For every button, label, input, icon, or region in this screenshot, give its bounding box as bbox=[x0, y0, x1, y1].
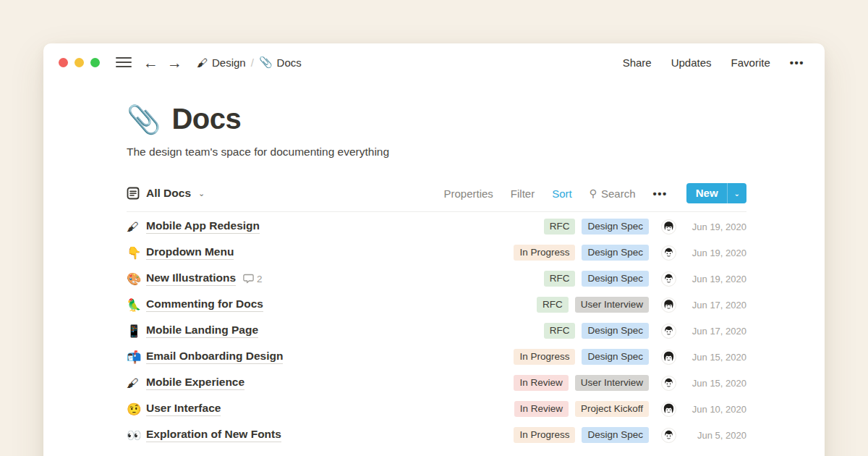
doc-title-link[interactable]: New Illustrations bbox=[146, 271, 236, 286]
doc-row: 🖌 Mobile App Redesign RFCDesign Spec Jun… bbox=[127, 214, 746, 240]
view-selector[interactable]: All Docs ⌄ bbox=[127, 187, 205, 200]
breadcrumb-docs[interactable]: 📎 Docs bbox=[259, 56, 302, 69]
doc-date: Jun 19, 2020 bbox=[686, 248, 746, 258]
doc-tags: In ReviewUser Interview bbox=[514, 375, 649, 391]
filter-button[interactable]: Filter bbox=[511, 187, 535, 200]
doc-date: Jun 15, 2020 bbox=[686, 352, 746, 363]
tag-design-spec: Design Spec bbox=[582, 349, 649, 365]
doc-title-link[interactable]: Dropdown Menu bbox=[146, 245, 234, 260]
list-view-icon bbox=[127, 187, 140, 200]
tag-rfc: RFC bbox=[544, 271, 576, 287]
doc-tags: RFCDesign Spec bbox=[544, 323, 649, 339]
paperclip-icon: 📎 bbox=[259, 56, 273, 69]
breadcrumb-label: Docs bbox=[277, 56, 302, 69]
doc-date: Jun 10, 2020 bbox=[686, 404, 746, 415]
doc-tags: RFCDesign Spec bbox=[544, 219, 649, 235]
comment-count: 2 bbox=[257, 274, 263, 284]
doc-emoji-icon: 📬 bbox=[127, 351, 146, 363]
search-label: Search bbox=[601, 187, 636, 200]
view-toolbar: All Docs ⌄ Properties Filter Sort ⚲ Sear… bbox=[127, 183, 746, 212]
tag-in-review: In Review bbox=[514, 375, 568, 391]
doc-title-link[interactable]: Exploration of New Fonts bbox=[146, 428, 281, 442]
share-button[interactable]: Share bbox=[623, 56, 652, 69]
tag-design-spec: Design Spec bbox=[582, 323, 649, 339]
properties-button[interactable]: Properties bbox=[443, 187, 493, 200]
updates-button[interactable]: Updates bbox=[671, 56, 712, 69]
doc-date: Jun 19, 2020 bbox=[686, 274, 746, 284]
page-header: 📎 Docs bbox=[127, 103, 746, 135]
view-more-icon[interactable]: ••• bbox=[653, 187, 668, 200]
tag-rfc: RFC bbox=[544, 219, 576, 235]
favorite-button[interactable]: Favorite bbox=[731, 56, 770, 69]
doc-emoji-icon: 📱 bbox=[127, 325, 146, 337]
avatar[interactable] bbox=[661, 297, 676, 313]
search-button[interactable]: ⚲ Search bbox=[590, 187, 636, 200]
doc-emoji-icon: 🦜 bbox=[127, 299, 146, 311]
sort-button[interactable]: Sort bbox=[552, 187, 572, 200]
window-topbar: ← → 🖌 Design / 📎 Docs Share Updates Favo… bbox=[43, 43, 825, 75]
new-button-caret-icon[interactable]: ⌄ bbox=[727, 183, 746, 203]
tag-design-spec: Design Spec bbox=[582, 219, 649, 235]
doc-row: 👇 Dropdown Menu In ProgressDesign Spec J… bbox=[127, 240, 746, 266]
doc-row: 🖌 Mobile Experience In ReviewUser Interv… bbox=[127, 370, 746, 396]
tag-user-interview: User Interview bbox=[575, 375, 649, 391]
tag-design-spec: Design Spec bbox=[582, 245, 649, 261]
doc-emoji-icon: 🎨 bbox=[127, 273, 146, 285]
avatar[interactable] bbox=[661, 350, 676, 365]
tag-in-progress: In Progress bbox=[514, 245, 575, 261]
doc-emoji-icon: 🤨 bbox=[127, 403, 146, 415]
close-window-icon[interactable] bbox=[59, 58, 68, 67]
chevron-down-icon: ⌄ bbox=[198, 189, 205, 198]
tag-design-spec: Design Spec bbox=[582, 427, 649, 443]
page-content: 📎 Docs The design team's space for docum… bbox=[43, 103, 825, 448]
zoom-window-icon[interactable] bbox=[90, 58, 100, 67]
traffic-lights bbox=[59, 58, 100, 67]
doc-emoji-icon: 🖌 bbox=[127, 377, 146, 389]
doc-list: 🖌 Mobile App Redesign RFCDesign Spec Jun… bbox=[127, 214, 746, 448]
doc-tags: In ProgressDesign Spec bbox=[514, 427, 649, 443]
more-options-icon[interactable]: ••• bbox=[790, 56, 804, 69]
doc-row: 📬 Email Onboarding Design In ProgressDes… bbox=[127, 344, 746, 370]
page-subtitle: The design team's space for documenting … bbox=[127, 145, 746, 159]
page-title: Docs bbox=[171, 103, 241, 135]
avatar[interactable] bbox=[661, 324, 676, 339]
tag-project-kickoff: Project Kickoff bbox=[575, 401, 649, 417]
new-button-label: New bbox=[686, 183, 727, 203]
tag-rfc: RFC bbox=[537, 297, 569, 313]
app-window: ← → 🖌 Design / 📎 Docs Share Updates Favo… bbox=[43, 43, 825, 456]
doc-row: 🦜 Commenting for Docs RFCUser Interview … bbox=[127, 292, 746, 318]
breadcrumb-design[interactable]: 🖌 Design bbox=[197, 56, 246, 69]
breadcrumb-separator: / bbox=[251, 56, 254, 69]
avatar[interactable] bbox=[661, 376, 676, 391]
minimize-window-icon[interactable] bbox=[75, 58, 84, 67]
back-arrow-icon[interactable]: ← bbox=[143, 55, 158, 70]
doc-tags: RFCDesign Spec bbox=[544, 271, 649, 287]
tag-rfc: RFC bbox=[544, 323, 576, 339]
doc-title-link[interactable]: Commenting for Docs bbox=[146, 297, 263, 312]
doc-date: Jun 17, 2020 bbox=[686, 326, 746, 337]
avatar[interactable] bbox=[661, 428, 676, 443]
menu-icon[interactable] bbox=[116, 54, 132, 70]
avatar[interactable] bbox=[661, 271, 676, 287]
view-label: All Docs bbox=[146, 187, 191, 200]
tag-user-interview: User Interview bbox=[575, 297, 649, 313]
doc-title-link[interactable]: User Interface bbox=[146, 402, 221, 416]
avatar[interactable] bbox=[661, 219, 676, 235]
search-icon: ⚲ bbox=[590, 187, 597, 199]
doc-date: Jun 5, 2020 bbox=[686, 430, 746, 441]
doc-row: 🎨 New Illustrations 2 RFCDesign Spec Jun… bbox=[127, 266, 746, 292]
avatar[interactable] bbox=[661, 402, 676, 417]
view-controls: Properties Filter Sort ⚲ Search ••• New … bbox=[443, 183, 746, 203]
topbar-actions: Share Updates Favorite ••• bbox=[623, 56, 804, 69]
tag-in-progress: In Progress bbox=[514, 349, 575, 365]
forward-arrow-icon[interactable]: → bbox=[167, 55, 182, 70]
doc-title-link[interactable]: Mobile App Redesign bbox=[146, 219, 260, 234]
page-paperclip-icon[interactable]: 📎 bbox=[127, 106, 161, 133]
comment-count-badge[interactable]: 2 bbox=[243, 274, 263, 284]
doc-title-link[interactable]: Email Onboarding Design bbox=[146, 350, 283, 364]
doc-emoji-icon: 🖌 bbox=[127, 221, 146, 233]
doc-title-link[interactable]: Mobile Experience bbox=[146, 376, 244, 390]
avatar[interactable] bbox=[661, 245, 676, 261]
new-button[interactable]: New ⌄ bbox=[686, 183, 746, 203]
doc-title-link[interactable]: Mobile Landing Page bbox=[146, 324, 258, 338]
